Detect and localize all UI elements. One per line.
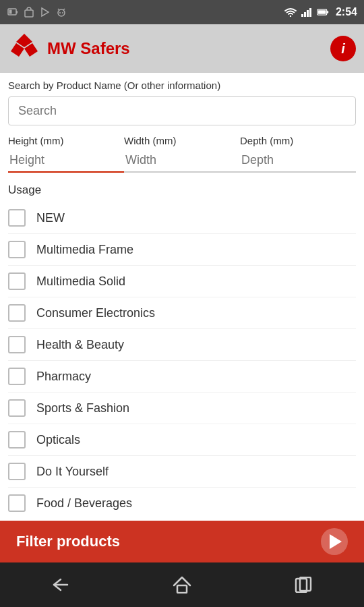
depth-group: Depth (mm) [240,135,356,173]
android-icon [55,6,67,18]
svg-rect-3 [25,10,33,17]
info-button[interactable]: i [330,36,356,61]
wifi-icon [284,6,297,18]
home-button[interactable] [173,576,191,594]
svg-rect-16 [327,11,328,13]
checkbox-multimedia-frame[interactable] [8,241,26,258]
height-label: Height (mm) [8,135,124,146]
filter-button-label: Filter products [16,533,120,550]
usage-item-opticals[interactable]: Opticals [8,424,356,456]
checkbox-sports-fashion[interactable] [8,399,26,417]
battery-icon [317,6,329,18]
svg-point-8 [59,12,61,13]
svg-rect-11 [301,14,303,17]
checkbox-pharmacy[interactable] [8,368,26,385]
checkbox-health-beauty[interactable] [8,336,26,353]
logo-icon [8,32,40,65]
checkbox-label-consumer-electronics: Consumer Electronics [36,306,155,320]
search-label: Search by Product Name (Or other informa… [8,80,356,91]
usage-checkbox-list: NEW Multimedia Frame Multimedia Solid Co… [8,202,356,519]
width-label: Width (mm) [124,135,240,146]
checkbox-label-pharmacy: Pharmacy [36,370,91,384]
checkbox-label-new: NEW [36,211,65,225]
app-title: MW Safers [47,39,130,58]
bag-icon [23,6,35,18]
usage-item-multimedia-solid[interactable]: Multimedia Solid [8,266,356,297]
search-section: Search by Product Name (Or other informa… [0,73,364,129]
svg-rect-12 [304,12,306,17]
usage-title: Usage [8,183,356,197]
width-group: Width (mm) [124,135,240,173]
status-bar: 2:54 [0,0,364,24]
battery-small-icon [7,6,19,18]
checkbox-do-it-yourself[interactable] [8,463,26,480]
checkbox-label-do-it-yourself: Do It Yourself [36,465,109,479]
recents-button[interactable] [294,577,313,593]
usage-item-do-it-yourself[interactable]: Do It Yourself [8,456,356,488]
depth-input[interactable] [240,149,356,173]
usage-item-consumer-electronics[interactable]: Consumer Electronics [8,297,356,329]
time-display: 2:54 [336,6,357,18]
checkbox-label-multimedia-frame: Multimedia Frame [36,243,133,257]
status-icons-right: 2:54 [284,6,357,18]
filter-products-button[interactable]: Filter products [0,521,364,562]
width-input[interactable] [124,149,240,173]
checkbox-opticals[interactable] [8,431,26,449]
status-icons-left [7,6,67,18]
checkbox-multimedia-solid[interactable] [8,272,26,290]
filter-play-icon [321,528,348,555]
usage-item-sports-fashion[interactable]: Sports & Fashion [8,393,356,424]
svg-marker-4 [42,8,49,16]
checkbox-label-health-beauty: Health & Beauty [36,338,124,352]
checkbox-label-multimedia-solid: Multimedia Solid [36,274,125,289]
svg-line-6 [58,9,59,10]
height-input[interactable] [8,149,124,173]
usage-section: Usage NEW Multimedia Frame Multimedia So… [0,177,364,519]
app-logo-group: MW Safers [8,32,130,65]
svg-line-7 [63,9,65,10]
svg-rect-14 [309,8,311,17]
checkbox-consumer-electronics[interactable] [8,304,26,322]
checkbox-new[interactable] [8,209,26,227]
usage-item-new[interactable]: NEW [8,202,356,234]
play-store-icon [39,6,51,18]
svg-rect-17 [318,10,326,14]
usage-item-pharmacy[interactable]: Pharmacy [8,361,356,393]
svg-rect-2 [9,10,12,14]
app-header: MW Safers i [0,24,364,73]
svg-rect-13 [307,10,309,17]
checkbox-label-food-beverages: Food / Beverages [36,496,132,511]
signal-icon [301,6,313,18]
svg-rect-1 [16,11,18,13]
svg-point-10 [290,16,291,17]
bottom-navigation [0,562,364,607]
checkbox-label-opticals: Opticals [36,433,80,447]
svg-point-9 [62,12,63,13]
checkbox-food-beverages[interactable] [8,494,26,512]
usage-item-health-beauty[interactable]: Health & Beauty [8,329,356,361]
search-input[interactable] [8,96,356,125]
dimensions-section: Height (mm) Width (mm) Depth (mm) [0,129,364,177]
checkbox-label-sports-fashion: Sports & Fashion [36,401,129,415]
usage-item-food-beverages[interactable]: Food / Beverages [8,488,356,519]
height-group: Height (mm) [8,135,124,173]
back-button[interactable] [51,577,70,593]
depth-label: Depth (mm) [240,135,356,146]
usage-item-multimedia-frame[interactable]: Multimedia Frame [8,234,356,266]
svg-rect-22 [177,585,187,593]
play-triangle [330,534,342,549]
